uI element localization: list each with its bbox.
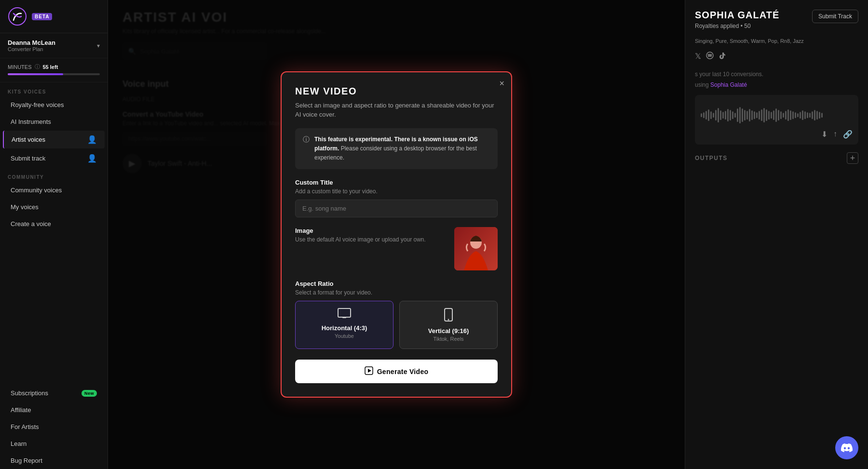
- waveform-bar: [713, 113, 714, 118]
- waveform-bar: [730, 110, 731, 121]
- info-icon: ⓘ: [35, 63, 40, 70]
- download-icon[interactable]: ⬇: [821, 130, 827, 139]
- waveform-bar: [708, 109, 709, 121]
- aspect-section: Aspect Ratio Select a format for your vi…: [295, 280, 498, 349]
- image-info: Image Use the default AI voice image or …: [295, 227, 447, 248]
- aspect-label: Aspect Ratio: [295, 280, 498, 287]
- sidebar-item-community-voices[interactable]: Community voices: [3, 182, 105, 198]
- waveform-bar: [737, 108, 738, 122]
- waveform-bar: [787, 109, 789, 121]
- waveform-bar: [771, 112, 772, 119]
- sidebar-item-learn[interactable]: Learn: [3, 436, 105, 452]
- waveform-bar: [775, 108, 777, 122]
- last-conversion-text: s your last 10 conversions.: [695, 71, 858, 78]
- info-text: This feature is experimental. There is a…: [314, 135, 490, 163]
- waveform-bar: [763, 108, 765, 122]
- waveform-bar: [739, 107, 741, 123]
- waveform-bar: [816, 111, 818, 120]
- outputs-header: OUTPUTS +: [695, 152, 858, 164]
- artist-ref: Sophia Galaté: [710, 81, 747, 88]
- modal-overlay[interactable]: × NEW VIDEO Select an image and aspect r…: [108, 0, 685, 469]
- sidebar-item-affiliate[interactable]: Affiliate: [3, 402, 105, 418]
- add-user-icon: 👤: [87, 135, 97, 144]
- user-chevron-icon: ▾: [97, 42, 100, 49]
- waveform-bar: [751, 110, 753, 120]
- sidebar-item-ai-instruments[interactable]: AI Instruments: [3, 114, 105, 130]
- social-icons: 𝕏: [695, 52, 858, 61]
- waveform-bar: [720, 110, 721, 120]
- waveform-bar: [756, 112, 758, 118]
- aspect-option-vertical[interactable]: Vertical (9:16) Tiktok, Reels: [399, 301, 498, 349]
- sidebar-item-artist-voices[interactable]: Artist voices 👤: [3, 131, 105, 148]
- waveform-bar: [812, 111, 813, 119]
- waveform-bar: [809, 113, 811, 118]
- sidebar-item-my-voices[interactable]: My voices: [3, 199, 105, 215]
- vertical-sub: Tiktok, Reels: [433, 336, 463, 342]
- sidebar-item-bug-report[interactable]: Bug Report: [3, 453, 105, 469]
- spotify-icon[interactable]: [706, 52, 714, 61]
- twitter-icon[interactable]: 𝕏: [695, 52, 701, 61]
- waveform-bar: [710, 111, 712, 119]
- horizontal-sub: Youtube: [335, 333, 354, 339]
- horizontal-label: Horizontal (4:3): [322, 324, 367, 332]
- modal-subtitle: Select an image and aspect ratio to gene…: [295, 101, 498, 120]
- share-icon[interactable]: ↑: [833, 130, 837, 139]
- waveform-bar: [768, 111, 770, 120]
- svg-marker-8: [368, 369, 371, 373]
- waveform-bar: [797, 113, 799, 117]
- svg-point-6: [448, 319, 449, 321]
- modal-title: NEW VIDEO: [295, 86, 498, 97]
- waveform-bar: [773, 110, 774, 120]
- image-section: Image Use the default AI voice image or …: [295, 227, 498, 270]
- waveform-bar: [761, 109, 762, 121]
- sidebar-item-subscriptions[interactable]: Subscriptions New: [3, 385, 105, 401]
- community-section-label: COMMUNITY: [0, 168, 108, 182]
- waveform-bar: [783, 113, 784, 118]
- waveform-bar: [705, 111, 707, 120]
- submit-track-icon: 👤: [87, 154, 97, 163]
- waveform-bar: [725, 111, 726, 120]
- tiktok-icon[interactable]: [719, 52, 726, 61]
- waveform-bar: [795, 112, 796, 118]
- waveform-bar: [819, 112, 820, 119]
- submit-track-button[interactable]: Submit Track: [812, 10, 858, 23]
- main-content: ARTIST AI VOI Kits library of officially…: [108, 0, 685, 469]
- generate-video-button[interactable]: Generate Video: [295, 360, 498, 383]
- waveform-bar: [800, 112, 801, 119]
- waveform-bar: [734, 113, 736, 118]
- royalties-badge: Royalties applied • 50: [695, 23, 779, 29]
- sidebar-item-for-artists[interactable]: For Artists: [3, 419, 105, 435]
- image-thumbnail[interactable]: [454, 227, 498, 270]
- vertical-phone-icon: [444, 308, 453, 324]
- custom-title-input[interactable]: [295, 200, 498, 217]
- waveform-bar: [759, 111, 760, 120]
- sidebar-item-royalty-free[interactable]: Royalty-free voices: [3, 97, 105, 113]
- minutes-area: MINUTES ⓘ 55 left: [0, 58, 108, 82]
- waveform-bar: [727, 109, 729, 121]
- minutes-label: MINUTES ⓘ 55 left: [8, 63, 100, 70]
- info-circle-icon: ⓘ: [303, 135, 310, 144]
- minutes-count: 55 left: [43, 64, 58, 70]
- waveform-bar: [790, 110, 791, 120]
- kits-voices-section-label: KITS VOICES: [0, 82, 108, 96]
- sidebar-item-create-voice[interactable]: Create a voice: [3, 216, 105, 232]
- waveform-bar: [703, 112, 705, 118]
- waveform-bar: [722, 112, 724, 119]
- sidebar-item-submit-track[interactable]: Submit track 👤: [3, 149, 105, 167]
- user-plan: Converter Plan: [8, 46, 55, 52]
- discord-button[interactable]: [835, 436, 858, 459]
- waveform-bar: [785, 111, 787, 120]
- outputs-label: OUTPUTS: [695, 155, 728, 161]
- link-icon[interactable]: 🔗: [843, 130, 853, 139]
- vertical-label: Vertical (9:16): [428, 327, 469, 335]
- add-output-icon[interactable]: +: [847, 152, 858, 164]
- user-name: Deanna McLean: [8, 39, 55, 46]
- waveform-bar: [749, 109, 750, 121]
- user-info: Deanna McLean Converter Plan: [8, 39, 55, 52]
- right-panel: SOPHIA GALATÉ Royalties applied • 50 Sub…: [685, 0, 868, 469]
- modal-close-button[interactable]: ×: [499, 79, 504, 88]
- aspect-option-horizontal[interactable]: Horizontal (4:3) Youtube: [295, 301, 393, 349]
- waveform-bar: [807, 112, 808, 118]
- user-area[interactable]: Deanna McLean Converter Plan ▾: [0, 33, 108, 58]
- aspect-hint: Select a format for your video.: [295, 289, 498, 296]
